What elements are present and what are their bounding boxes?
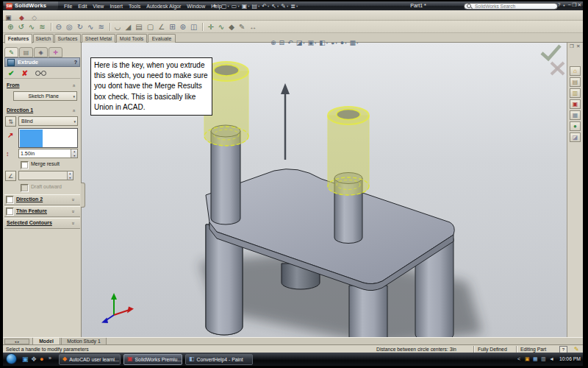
draft-button[interactable]: ∠ [5, 171, 16, 181]
appearances-icon[interactable]: ●▾ [340, 39, 348, 46]
menu-view[interactable]: View [90, 4, 107, 9]
confirm-cancel-icon[interactable] [551, 63, 564, 74]
fillet-icon[interactable]: ◡ [115, 23, 121, 31]
show-desktop-icon[interactable]: ▣ [22, 355, 29, 363]
start-button[interactable] [6, 353, 17, 364]
circular-pattern-icon[interactable]: ⊛ [180, 23, 186, 31]
extrude-direction-handle[interactable] [281, 83, 290, 160]
taskbar-button-autocad[interactable]: ◆ AutoCAD user learni... [59, 354, 121, 365]
window-switcher-icon[interactable]: ❖ [31, 355, 37, 363]
menu-autodesk-algor[interactable]: Autodesk Algor [143, 4, 184, 9]
tray-network-icon[interactable]: ▦ [533, 356, 538, 362]
print-caret-icon[interactable]: ▾ [258, 4, 259, 8]
minimize-button[interactable]: − [567, 2, 572, 7]
depth-spinner[interactable]: ▴▾ [71, 149, 77, 158]
tab-surfaces[interactable]: Surfaces [54, 34, 81, 43]
measure-icon[interactable]: ↔ [249, 23, 257, 31]
tab-scroll-left-icon[interactable]: ◂ [15, 339, 17, 344]
doc-close-icon[interactable]: ✕ [576, 43, 580, 49]
sketch-tool-icon[interactable]: ✎ [239, 23, 245, 31]
ok-button[interactable]: ✔ [8, 69, 14, 77]
propertymanager-tab[interactable]: ✎ [4, 47, 18, 57]
from-collapse-icon[interactable]: » [72, 85, 77, 88]
close-button[interactable]: ✕ [577, 2, 582, 8]
options-caret-icon[interactable]: ▾ [296, 4, 298, 8]
chamfer-icon[interactable]: ◢ [126, 23, 132, 31]
thin-feature-expand-icon[interactable]: » [71, 210, 76, 213]
search-pane-icon[interactable]: ▣ [570, 99, 581, 109]
custom-properties-icon[interactable]: ◪ [570, 132, 581, 142]
menu-window[interactable]: Window [184, 4, 208, 9]
tab-scroll-buttons[interactable]: ◂ ▸ [4, 339, 29, 344]
select-icon[interactable]: ↖ [271, 3, 276, 10]
spin-down-icon[interactable]: ▾ [68, 176, 73, 180]
select-caret-icon[interactable]: ▾ [277, 4, 279, 8]
menu-tools[interactable]: Tools [126, 4, 143, 9]
merge-result-checkbox[interactable] [21, 161, 29, 169]
file-explorer-icon[interactable]: ▥ [570, 88, 581, 98]
draft-angle-field[interactable]: ▴▾ [18, 171, 74, 180]
selected-contours-section-bar[interactable]: Selected Contours » [4, 218, 80, 229]
cancel-button[interactable]: ✘ [21, 69, 27, 77]
menu-pin-icon[interactable]: ✦ [212, 3, 217, 9]
tab-sketch[interactable]: Sketch [33, 34, 54, 43]
displaymanager-tab[interactable]: ✛ [49, 47, 62, 57]
thin-feature-checkbox[interactable] [6, 208, 14, 216]
tray-update-icon[interactable]: ▣ [525, 356, 530, 362]
reverse-direction-button[interactable]: ⇅ [5, 116, 16, 127]
direction2-section-bar[interactable]: Direction 2 » [4, 194, 80, 205]
hole-wizard-icon[interactable]: ◎ [66, 23, 73, 31]
display-style-icon[interactable]: ◧▾ [318, 39, 329, 46]
reference-geometry-icon[interactable]: ✛ [207, 23, 213, 31]
view-orientation-icon[interactable]: ▣▾ [306, 39, 317, 46]
annotation-note[interactable]: Here is the key, when you extrude this s… [90, 57, 212, 116]
undo-icon[interactable]: ↶ [262, 3, 267, 10]
curves-icon[interactable]: ∿ [218, 23, 224, 31]
swept-boss-icon[interactable]: ∿ [29, 23, 35, 31]
zoom-fit-icon[interactable]: ⊕ [270, 39, 277, 46]
save-caret-icon[interactable]: ▾ [248, 4, 249, 8]
options-icon[interactable]: ≣ [290, 3, 295, 10]
draft-icon[interactable]: ∠ [158, 23, 165, 31]
instant3d-icon[interactable]: ◆ [229, 23, 234, 31]
doc-restore-icon[interactable]: ❐ [570, 43, 574, 49]
direction1-collapse-icon[interactable]: » [72, 110, 77, 113]
design-library-icon[interactable]: ▤ [570, 77, 581, 87]
thin-feature-section-bar[interactable]: Thin Feature » [4, 206, 80, 217]
extruded-cut-icon[interactable]: ⊖ [56, 23, 62, 31]
open-icon[interactable]: ▭ [232, 3, 237, 10]
menu-insert[interactable]: Insert [107, 4, 126, 9]
revolved-boss-icon[interactable]: ↺ [18, 23, 24, 31]
spin-down-icon[interactable]: ▾ [71, 154, 77, 158]
open-caret-icon[interactable]: ▾ [237, 4, 239, 8]
depth-field[interactable]: ▴▾ [18, 149, 78, 158]
save-icon[interactable]: ▣ [242, 3, 248, 10]
menu-file[interactable]: File [61, 4, 75, 9]
quicklaunch-overflow-icon[interactable]: » [49, 355, 51, 361]
direction-selection-listbox[interactable] [18, 128, 78, 148]
new-icon[interactable]: ▢ [221, 3, 227, 10]
menu-edit[interactable]: Edit [75, 4, 90, 9]
section-view-icon[interactable]: ◪▾ [295, 39, 306, 46]
sketch-caret-icon[interactable]: ▾ [287, 4, 288, 8]
mirror-icon[interactable]: ◫ [190, 23, 197, 31]
tray-volume-icon[interactable]: ◄ [549, 356, 554, 362]
tray-collapse-icon[interactable]: < [517, 356, 520, 362]
help-caret-icon[interactable]: ▾ [562, 4, 567, 7]
tab-evaluate[interactable]: Evaluate [148, 34, 176, 43]
detailed-preview-icon[interactable] [35, 71, 40, 76]
taskbar-button-paint[interactable]: ◧ ConvertHelp4 - Paint [185, 354, 253, 365]
zoom-area-icon[interactable]: ⊟ [279, 39, 286, 46]
draft-spinner[interactable]: ▴▾ [67, 171, 73, 180]
confirm-ok-icon[interactable] [542, 46, 560, 59]
swept-cut-icon[interactable]: ∿ [87, 23, 93, 31]
tab-sheet-metal[interactable]: Sheet Metal [82, 34, 115, 43]
new-caret-icon[interactable]: ▾ [228, 4, 229, 8]
hide-show-icon[interactable]: ◒▾ [330, 39, 338, 46]
tab-mold-tools[interactable]: Mold Tools [116, 34, 147, 43]
revolved-cut-icon[interactable]: ↻ [77, 23, 83, 31]
lofted-boss-icon[interactable]: ≋ [39, 23, 45, 31]
direction2-checkbox[interactable] [6, 196, 14, 204]
sketch-icon[interactable]: ✎ [281, 3, 286, 10]
tab-features[interactable]: Features [4, 34, 32, 43]
